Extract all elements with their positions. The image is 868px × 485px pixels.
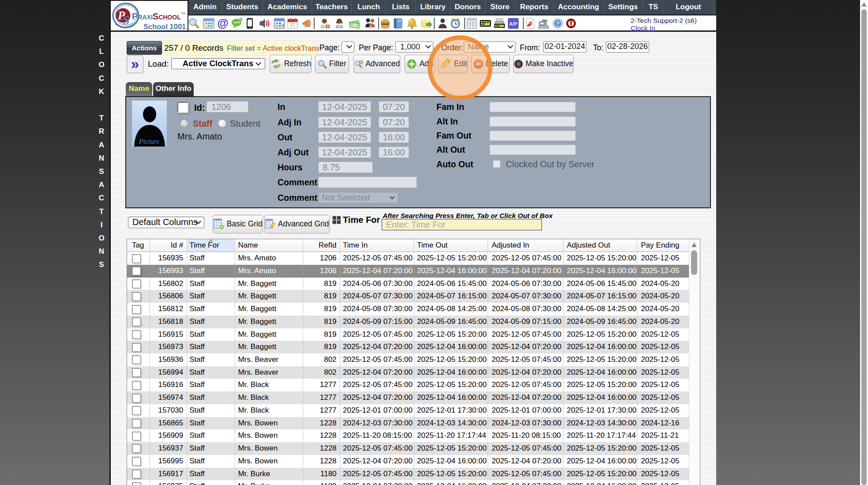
svg-text:?: ?: [556, 20, 560, 27]
svg-text:@: @: [217, 18, 228, 29]
svg-text:A/P: A/P: [509, 21, 517, 26]
svg-text:17: 17: [290, 23, 295, 27]
svg-text:S: S: [123, 14, 129, 27]
svg-text:Picture: Picture: [139, 138, 160, 145]
